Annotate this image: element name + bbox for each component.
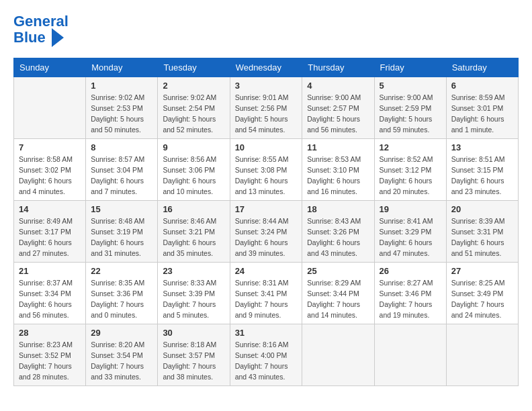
calendar-week-4: 21Sunrise: 8:37 AMSunset: 3:34 PMDayligh… bbox=[14, 263, 519, 324]
calendar-cell: 15Sunrise: 8:48 AMSunset: 3:19 PMDayligh… bbox=[86, 201, 158, 263]
day-detail: Sunrise: 8:52 AMSunset: 3:12 PMDaylight:… bbox=[380, 154, 441, 197]
day-number: 2 bbox=[163, 81, 224, 91]
day-number: 22 bbox=[91, 266, 152, 276]
day-number: 5 bbox=[380, 81, 441, 91]
day-number: 15 bbox=[91, 204, 152, 214]
calendar-cell: 29Sunrise: 8:20 AMSunset: 3:54 PMDayligh… bbox=[86, 324, 158, 386]
calendar-week-3: 14Sunrise: 8:49 AMSunset: 3:17 PMDayligh… bbox=[14, 201, 519, 263]
calendar-cell: 24Sunrise: 8:31 AMSunset: 3:41 PMDayligh… bbox=[230, 263, 302, 324]
day-detail: Sunrise: 8:23 AMSunset: 3:52 PMDaylight:… bbox=[19, 340, 81, 382]
day-number: 28 bbox=[19, 328, 81, 338]
day-number: 1 bbox=[91, 81, 152, 91]
day-number: 29 bbox=[91, 328, 152, 338]
day-number: 20 bbox=[451, 204, 513, 214]
calendar-cell bbox=[14, 77, 86, 139]
day-detail: Sunrise: 8:16 AMSunset: 4:00 PMDaylight:… bbox=[235, 340, 298, 382]
day-detail: Sunrise: 8:56 AMSunset: 3:06 PMDaylight:… bbox=[163, 154, 224, 197]
calendar-cell: 11Sunrise: 8:53 AMSunset: 3:10 PMDayligh… bbox=[302, 139, 374, 201]
calendar-cell bbox=[374, 324, 446, 386]
calendar-cell: 30Sunrise: 8:18 AMSunset: 3:57 PMDayligh… bbox=[158, 324, 230, 386]
day-number: 18 bbox=[307, 204, 369, 214]
calendar-cell: 5Sunrise: 9:00 AMSunset: 2:59 PMDaylight… bbox=[374, 77, 446, 139]
calendar-cell: 10Sunrise: 8:55 AMSunset: 3:08 PMDayligh… bbox=[230, 139, 302, 201]
day-number: 7 bbox=[19, 142, 81, 152]
day-detail: Sunrise: 8:49 AMSunset: 3:17 PMDaylight:… bbox=[19, 216, 81, 259]
day-number: 23 bbox=[163, 266, 224, 276]
day-detail: Sunrise: 9:02 AMSunset: 2:54 PMDaylight:… bbox=[163, 93, 224, 135]
calendar-cell: 1Sunrise: 9:02 AMSunset: 2:53 PMDaylight… bbox=[86, 77, 158, 139]
day-detail: Sunrise: 8:18 AMSunset: 3:57 PMDaylight:… bbox=[163, 340, 224, 382]
calendar-cell bbox=[302, 324, 374, 386]
day-detail: Sunrise: 9:01 AMSunset: 2:56 PMDaylight:… bbox=[235, 93, 298, 135]
day-detail: Sunrise: 8:29 AMSunset: 3:44 PMDaylight:… bbox=[307, 278, 369, 320]
day-detail: Sunrise: 8:25 AMSunset: 3:49 PMDaylight:… bbox=[451, 278, 513, 320]
day-detail: Sunrise: 8:31 AMSunset: 3:41 PMDaylight:… bbox=[235, 278, 298, 320]
day-detail: Sunrise: 8:41 AMSunset: 3:29 PMDaylight:… bbox=[380, 216, 441, 259]
calendar-cell: 9Sunrise: 8:56 AMSunset: 3:06 PMDaylight… bbox=[158, 139, 230, 201]
calendar-cell: 6Sunrise: 8:59 AMSunset: 3:01 PMDaylight… bbox=[446, 77, 518, 139]
calendar-cell: 17Sunrise: 8:44 AMSunset: 3:24 PMDayligh… bbox=[230, 201, 302, 263]
day-number: 25 bbox=[307, 266, 369, 276]
day-number: 31 bbox=[235, 328, 298, 338]
day-detail: Sunrise: 9:00 AMSunset: 2:57 PMDaylight:… bbox=[307, 93, 369, 135]
day-detail: Sunrise: 8:48 AMSunset: 3:19 PMDaylight:… bbox=[91, 216, 152, 259]
day-detail: Sunrise: 9:02 AMSunset: 2:53 PMDaylight:… bbox=[91, 93, 152, 135]
day-detail: Sunrise: 8:58 AMSunset: 3:02 PMDaylight:… bbox=[19, 154, 81, 197]
header-monday: Monday bbox=[86, 58, 158, 77]
calendar-cell: 16Sunrise: 8:46 AMSunset: 3:21 PMDayligh… bbox=[158, 201, 230, 263]
calendar-cell: 23Sunrise: 8:33 AMSunset: 3:39 PMDayligh… bbox=[158, 263, 230, 324]
calendar-cell: 4Sunrise: 9:00 AMSunset: 2:57 PMDaylight… bbox=[302, 77, 374, 139]
day-detail: Sunrise: 8:44 AMSunset: 3:24 PMDaylight:… bbox=[235, 216, 298, 259]
header-thursday: Thursday bbox=[302, 58, 374, 77]
day-number: 6 bbox=[451, 81, 513, 91]
day-detail: Sunrise: 8:57 AMSunset: 3:04 PMDaylight:… bbox=[91, 154, 152, 197]
day-number: 9 bbox=[163, 142, 224, 152]
day-number: 13 bbox=[451, 142, 513, 152]
calendar-week-2: 7Sunrise: 8:58 AMSunset: 3:02 PMDaylight… bbox=[14, 139, 519, 201]
header-tuesday: Tuesday bbox=[158, 58, 230, 77]
day-detail: Sunrise: 8:55 AMSunset: 3:08 PMDaylight:… bbox=[235, 154, 298, 197]
calendar-cell: 27Sunrise: 8:25 AMSunset: 3:49 PMDayligh… bbox=[446, 263, 518, 324]
logo-icon bbox=[52, 28, 64, 47]
day-detail: Sunrise: 8:43 AMSunset: 3:26 PMDaylight:… bbox=[307, 216, 369, 259]
calendar-cell: 12Sunrise: 8:52 AMSunset: 3:12 PMDayligh… bbox=[374, 139, 446, 201]
calendar-cell: 20Sunrise: 8:39 AMSunset: 3:31 PMDayligh… bbox=[446, 201, 518, 263]
day-detail: Sunrise: 8:53 AMSunset: 3:10 PMDaylight:… bbox=[307, 154, 369, 197]
calendar-header-row: SundayMondayTuesdayWednesdayThursdayFrid… bbox=[14, 58, 519, 77]
header-friday: Friday bbox=[374, 58, 446, 77]
calendar-cell: 22Sunrise: 8:35 AMSunset: 3:36 PMDayligh… bbox=[86, 263, 158, 324]
day-detail: Sunrise: 8:37 AMSunset: 3:34 PMDaylight:… bbox=[19, 278, 81, 320]
day-detail: Sunrise: 8:35 AMSunset: 3:36 PMDaylight:… bbox=[91, 278, 152, 320]
calendar-cell: 8Sunrise: 8:57 AMSunset: 3:04 PMDaylight… bbox=[86, 139, 158, 201]
day-detail: Sunrise: 8:59 AMSunset: 3:01 PMDaylight:… bbox=[451, 93, 513, 135]
day-detail: Sunrise: 8:33 AMSunset: 3:39 PMDaylight:… bbox=[163, 278, 224, 320]
calendar-cell: 25Sunrise: 8:29 AMSunset: 3:44 PMDayligh… bbox=[302, 263, 374, 324]
day-number: 11 bbox=[307, 142, 369, 152]
day-number: 4 bbox=[307, 81, 369, 91]
day-number: 12 bbox=[380, 142, 441, 152]
day-number: 3 bbox=[235, 81, 298, 91]
calendar-cell: 31Sunrise: 8:16 AMSunset: 4:00 PMDayligh… bbox=[230, 324, 302, 386]
day-number: 30 bbox=[163, 328, 224, 338]
day-detail: Sunrise: 8:46 AMSunset: 3:21 PMDaylight:… bbox=[163, 216, 224, 259]
calendar-week-1: 1Sunrise: 9:02 AMSunset: 2:53 PMDaylight… bbox=[14, 77, 519, 139]
day-number: 17 bbox=[235, 204, 298, 214]
day-number: 14 bbox=[19, 204, 81, 214]
calendar-cell: 28Sunrise: 8:23 AMSunset: 3:52 PMDayligh… bbox=[14, 324, 86, 386]
day-detail: Sunrise: 8:51 AMSunset: 3:15 PMDaylight:… bbox=[451, 154, 513, 197]
header-sunday: Sunday bbox=[14, 58, 86, 77]
calendar-cell: 18Sunrise: 8:43 AMSunset: 3:26 PMDayligh… bbox=[302, 201, 374, 263]
calendar-cell: 14Sunrise: 8:49 AMSunset: 3:17 PMDayligh… bbox=[14, 201, 86, 263]
day-detail: Sunrise: 8:20 AMSunset: 3:54 PMDaylight:… bbox=[91, 340, 152, 382]
header-saturday: Saturday bbox=[446, 58, 518, 77]
calendar-cell: 2Sunrise: 9:02 AMSunset: 2:54 PMDaylight… bbox=[158, 77, 230, 139]
day-number: 8 bbox=[91, 142, 152, 152]
day-number: 27 bbox=[451, 266, 513, 276]
header-wednesday: Wednesday bbox=[230, 58, 302, 77]
day-detail: Sunrise: 8:39 AMSunset: 3:31 PMDaylight:… bbox=[451, 216, 513, 259]
calendar-cell: 26Sunrise: 8:27 AMSunset: 3:46 PMDayligh… bbox=[374, 263, 446, 324]
day-number: 24 bbox=[235, 266, 298, 276]
day-detail: Sunrise: 8:27 AMSunset: 3:46 PMDaylight:… bbox=[380, 278, 441, 320]
calendar-table: SundayMondayTuesdayWednesdayThursdayFrid… bbox=[13, 58, 519, 386]
logo: General Blue bbox=[13, 13, 69, 47]
